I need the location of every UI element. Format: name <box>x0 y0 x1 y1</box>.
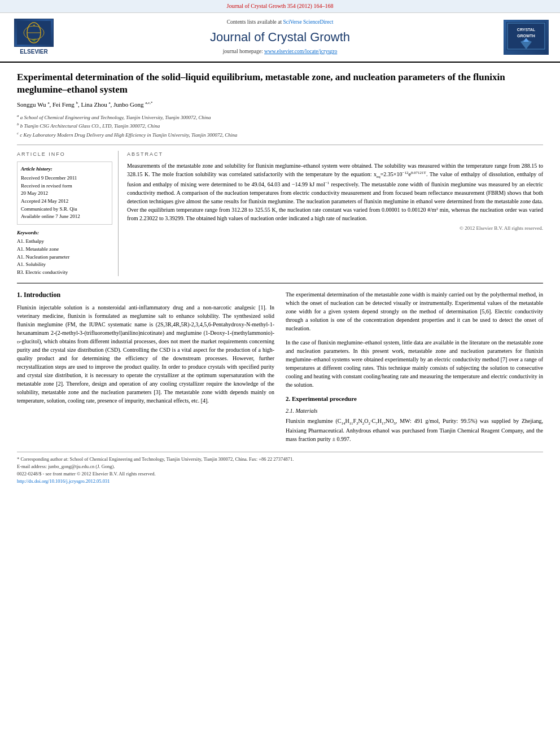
journal-reference-bar: Journal of Crystal Growth 354 (2012) 164… <box>0 0 560 13</box>
keyword-4: A1. Solubility <box>17 261 112 268</box>
available-online: Available online 7 June 2012 <box>21 213 108 220</box>
authors-line: Songgu Wu a, Fei Feng b, Lina Zhou a, Ju… <box>17 101 543 109</box>
materials-subtitle: 2.1. Materials <box>286 407 543 415</box>
keywords-label: Keywords: <box>17 229 112 237</box>
materials-text: Flunixin meglumine (C14H11F3N2O2·C7H17NO… <box>286 417 543 444</box>
article-title: Experimental determination of the solid–… <box>17 71 543 96</box>
received-date: Received 9 December 2011 <box>21 174 108 182</box>
affiliation-b: b b Tianjin CSG Architectural Glass CO.,… <box>17 121 543 130</box>
article-info-col: ARTICLE INFO Article history: Received 9… <box>17 151 119 276</box>
copyright-line: © 2012 Elsevier B.V. All rights reserved… <box>127 225 543 232</box>
history-label: Article history: <box>21 165 108 173</box>
footnote-corresponding: * Corresponding author at: School of Che… <box>17 456 543 463</box>
affiliation-c: c c Key Laboratory Modern Drug Delivery … <box>17 130 543 139</box>
footnote-doi[interactable]: http://dx.doi.org/10.1016/j.jcrysgro.201… <box>17 478 543 485</box>
svg-text:GROWTH: GROWTH <box>517 34 535 38</box>
experimental-title: 2. Experimental procedure <box>286 395 543 403</box>
contents-line: Contents lists available at SciVerse Sci… <box>56 19 504 26</box>
svg-text:CRYSTAL: CRYSTAL <box>517 28 536 32</box>
keyword-1: A1. Enthalpy <box>17 238 112 245</box>
received-revised-date: 20 May 2012 <box>21 190 108 197</box>
affiliations: a a School of Chemical Engineering and T… <box>17 113 543 139</box>
intro-right-para1: The experimental determination of the me… <box>286 290 543 333</box>
footnotes: * Corresponding author at: School of Che… <box>17 452 543 485</box>
elsevier-logo: 🌿 ☀ ELSEVIER <box>11 19 56 56</box>
footnote-email: E-mail address: junbo_gong@tju.edu.cn (J… <box>17 464 543 470</box>
crystal-growth-logo: CRYSTAL GROWTH <box>504 20 549 54</box>
intro-title: 1. Introduction <box>17 290 274 300</box>
svg-text:🌿: 🌿 <box>32 38 36 42</box>
journal-title: Journal of Crystal Growth <box>56 29 504 46</box>
article-info-heading: ARTICLE INFO <box>17 151 112 158</box>
affiliation-a: a a School of Chemical Engineering and T… <box>17 113 543 122</box>
body-section: 1. Introduction Flunixin injectable solu… <box>17 290 543 443</box>
intro-right-para2: In the case of flunixin meglumine–ethano… <box>286 338 543 389</box>
keyword-3: A1. Nucleation parameter <box>17 254 112 261</box>
journal-reference: Journal of Crystal Growth 354 (2012) 164… <box>227 3 334 9</box>
keyword-5: B3. Electric conductivity <box>17 269 112 276</box>
communicated: Communicated by S.R. Qiu <box>21 206 108 213</box>
elsevier-image: 🌿 ☀ <box>14 19 54 47</box>
body-left-col: 1. Introduction Flunixin injectable solu… <box>17 290 274 443</box>
accepted-date: Accepted 24 May 2012 <box>21 198 108 205</box>
main-content: Experimental determination of the solid–… <box>0 63 560 494</box>
keyword-2: A1. Metastable zone <box>17 246 112 253</box>
sciverse-link[interactable]: SciVerse ScienceDirect <box>283 19 333 25</box>
body-right-col: The experimental determination of the me… <box>286 290 543 443</box>
abstract-text: Measurements of the metastable zone and … <box>127 161 543 222</box>
abstract-col: ABSTRACT Measurements of the metastable … <box>127 151 543 276</box>
journal-center: Contents lists available at SciVerse Sci… <box>56 19 504 55</box>
elsevier-name: ELSEVIER <box>20 48 47 56</box>
journal-header: 🌿 ☀ ELSEVIER Contents lists available at… <box>0 13 560 63</box>
info-abstract-section: ARTICLE INFO Article history: Received 9… <box>17 145 543 276</box>
article-history-box: Article history: Received 9 December 201… <box>17 161 112 225</box>
footnote-issn: 0022-0248/$ - see front matter © 2012 El… <box>17 471 543 478</box>
crystal-logo-box: CRYSTAL GROWTH <box>504 20 549 54</box>
journal-homepage: journal homepage: www.elsevier.com/locat… <box>56 48 504 55</box>
divider <box>17 283 543 283</box>
homepage-link[interactable]: www.elsevier.com/locate/jcrysgro <box>264 49 337 54</box>
received-revised-label: Received in revised form <box>21 182 108 190</box>
abstract-heading: ABSTRACT <box>127 151 543 158</box>
intro-paragraph: Flunixin injectable solution is a nonste… <box>17 303 274 405</box>
keywords-section: Keywords: A1. Enthalpy A1. Metastable zo… <box>17 229 112 276</box>
